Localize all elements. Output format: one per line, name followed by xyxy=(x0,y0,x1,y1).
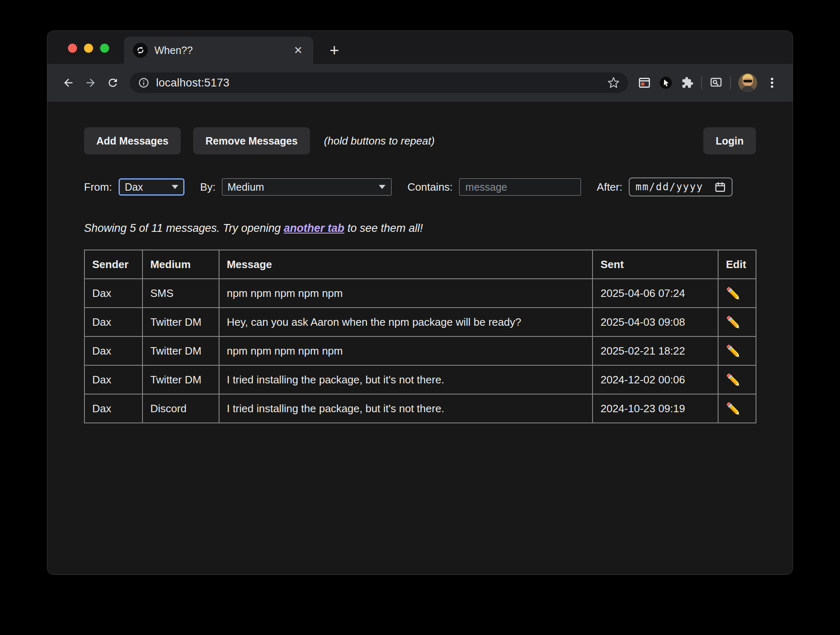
url-bar[interactable]: localhost:5173 xyxy=(130,72,628,93)
cell-sender: Dax xyxy=(84,279,142,308)
status-suffix: to see them all! xyxy=(344,222,423,234)
tab-strip: When?? ✕ + xyxy=(47,31,793,64)
window-zoom-button[interactable] xyxy=(100,44,109,53)
cell-message: I tried installing the package, but it's… xyxy=(219,365,593,394)
login-button[interactable]: Login xyxy=(703,127,756,154)
page-content: Add Messages Remove Messages (hold butto… xyxy=(47,102,793,575)
url-text: localhost:5173 xyxy=(156,77,229,89)
window-minimize-button[interactable] xyxy=(84,44,93,53)
reload-button[interactable] xyxy=(102,72,124,94)
calendar-icon[interactable] xyxy=(714,181,726,193)
extensions-puzzle-icon[interactable] xyxy=(677,72,698,93)
cell-edit: ✏️ xyxy=(718,394,756,423)
table-row: Dax Twitter DM Hey, can you ask Aaron wh… xyxy=(84,308,756,336)
from-select-wrap: Dax xyxy=(119,178,184,196)
header-sender: Sender xyxy=(84,250,142,279)
edit-pencil-icon[interactable]: ✏️ xyxy=(726,315,740,329)
cell-sent: 2024-12-02 00:06 xyxy=(593,365,718,394)
back-arrow-icon xyxy=(62,77,75,89)
after-label: After: xyxy=(597,181,622,194)
bookmark-star-icon[interactable] xyxy=(607,77,620,89)
table-header-row: Sender Medium Message Sent Edit xyxy=(84,250,756,279)
contains-label: Contains: xyxy=(407,181,453,194)
cell-medium: Twitter DM xyxy=(142,308,219,336)
window-close-button[interactable] xyxy=(68,44,77,53)
toolbar-divider xyxy=(701,76,702,89)
actions-row: Add Messages Remove Messages (hold butto… xyxy=(84,127,756,154)
messages-table: Sender Medium Message Sent Edit Dax SMS … xyxy=(84,250,756,423)
by-label: By: xyxy=(200,181,216,194)
cell-sender: Dax xyxy=(84,308,142,336)
tab-title: When?? xyxy=(154,44,292,56)
forward-button[interactable] xyxy=(79,72,102,94)
table-row: Dax SMS npm npm npm npm npm 2025-04-06 0… xyxy=(84,279,756,308)
cell-message: npm npm npm npm npm xyxy=(219,336,593,365)
cell-sent: 2025-04-06 07:24 xyxy=(593,279,718,308)
cell-medium: SMS xyxy=(142,279,219,308)
edit-pencil-icon[interactable]: ✏️ xyxy=(726,402,740,416)
after-date-input[interactable]: mm/dd/yyyy xyxy=(629,177,733,196)
cell-sender: Dax xyxy=(84,394,142,423)
back-button[interactable] xyxy=(57,72,79,94)
from-filter-group: From: Dax xyxy=(84,178,184,196)
browser-menu-icon[interactable] xyxy=(761,72,783,93)
reload-icon xyxy=(107,77,119,89)
remove-messages-button[interactable]: Remove Messages xyxy=(193,127,310,154)
header-edit: Edit xyxy=(718,250,756,279)
tab-close-icon[interactable]: ✕ xyxy=(292,43,304,57)
another-tab-link[interactable]: another tab xyxy=(284,222,344,234)
cell-sender: Dax xyxy=(84,365,142,394)
cell-message: npm npm npm npm npm xyxy=(219,279,593,308)
red-panel-extension-icon[interactable] xyxy=(634,72,655,93)
from-label: From: xyxy=(84,181,112,194)
cell-sent: 2025-02-21 18:22 xyxy=(593,336,718,365)
edit-pencil-icon[interactable]: ✏️ xyxy=(726,344,740,358)
cell-medium: Twitter DM xyxy=(142,336,219,365)
header-medium: Medium xyxy=(142,250,219,279)
add-messages-button[interactable]: Add Messages xyxy=(84,127,181,154)
cell-medium: Twitter DM xyxy=(142,365,219,394)
table-row: Dax Twitter DM npm npm npm npm npm 2025-… xyxy=(84,336,756,365)
toolbar-divider xyxy=(730,76,731,89)
status-prefix: Showing 5 of 11 messages. Try opening xyxy=(84,222,284,234)
cell-message: Hey, can you ask Aaron when the npm pack… xyxy=(219,308,593,336)
browser-window: When?? ✕ + localhost:5173 xyxy=(47,30,793,575)
edit-pencil-icon[interactable]: ✏️ xyxy=(726,287,740,300)
cursor-extension-icon[interactable] xyxy=(655,72,677,93)
cell-sent: 2024-10-23 09:19 xyxy=(593,394,718,423)
filters-row: From: Dax By: Medium Contains: xyxy=(84,177,756,196)
header-sent: Sent xyxy=(593,250,718,279)
new-tab-button[interactable]: + xyxy=(324,40,345,61)
traffic-lights xyxy=(68,44,109,53)
cell-edit: ✏️ xyxy=(718,365,756,394)
contains-filter-group: Contains: xyxy=(407,178,581,196)
forward-arrow-icon xyxy=(84,77,97,89)
status-text: Showing 5 of 11 messages. Try opening an… xyxy=(84,222,756,235)
hold-buttons-hint: (hold buttons to repeat) xyxy=(324,135,435,147)
cell-sent: 2025-04-03 09:08 xyxy=(593,308,718,336)
screen-search-icon[interactable] xyxy=(705,72,727,93)
cell-message: I tried installing the package, but it's… xyxy=(219,394,593,423)
by-select[interactable]: Medium xyxy=(222,178,392,196)
site-info-icon[interactable] xyxy=(138,77,149,89)
after-filter-group: After: mm/dd/yyyy xyxy=(597,177,733,196)
cell-edit: ✏️ xyxy=(718,336,756,365)
browser-tab[interactable]: When?? ✕ xyxy=(124,37,313,64)
cell-edit: ✏️ xyxy=(718,279,756,308)
contains-input[interactable] xyxy=(459,178,581,196)
table-row: Dax Discord I tried installing the packa… xyxy=(84,394,756,423)
edit-pencil-icon[interactable]: ✏️ xyxy=(726,373,740,387)
cell-edit: ✏️ xyxy=(718,308,756,336)
cell-medium: Discord xyxy=(142,394,219,423)
sync-favicon-icon xyxy=(133,43,148,58)
by-filter-group: By: Medium xyxy=(200,178,392,196)
date-placeholder: mm/dd/yyyy xyxy=(635,181,709,193)
from-select[interactable]: Dax xyxy=(119,178,184,196)
browser-toolbar: localhost:5173 xyxy=(47,64,793,102)
profile-avatar[interactable] xyxy=(738,73,757,92)
by-select-wrap: Medium xyxy=(222,178,392,196)
cell-sender: Dax xyxy=(84,336,142,365)
header-message: Message xyxy=(219,250,593,279)
table-row: Dax Twitter DM I tried installing the pa… xyxy=(84,365,756,394)
